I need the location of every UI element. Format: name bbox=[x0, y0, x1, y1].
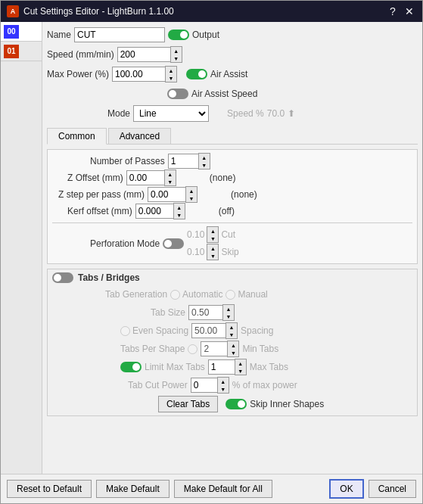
layer-item-01[interactable]: 01 bbox=[1, 42, 42, 61]
perf-skip-value: 0.10 bbox=[187, 247, 204, 257]
tab-common[interactable]: Common bbox=[47, 128, 107, 145]
max-power-up[interactable]: ▲ bbox=[166, 67, 176, 74]
num-passes-label: Number of Passes bbox=[90, 156, 165, 166]
speed-pct-value: 70.0 bbox=[267, 108, 285, 119]
mode-row: Mode Line Fill Offset Fill Speed % 70.0 … bbox=[47, 105, 418, 122]
z-offset-label: Z Offset (mm) bbox=[67, 173, 123, 183]
num-passes-down[interactable]: ▼ bbox=[199, 161, 210, 169]
tab-size-up[interactable]: ▲ bbox=[223, 305, 234, 313]
limit-max-spin-btns: ▲ ▼ bbox=[235, 359, 247, 375]
tabs-bridges-knob bbox=[54, 274, 61, 282]
mode-select[interactable]: Line Fill Offset Fill bbox=[133, 105, 209, 122]
speed-up[interactable]: ▲ bbox=[171, 47, 182, 54]
num-passes-up[interactable]: ▲ bbox=[199, 154, 210, 161]
clear-tabs-button[interactable]: Clear Tabs bbox=[158, 396, 218, 412]
tab-size-spin: ▲ ▼ bbox=[188, 304, 235, 321]
output-toggle-knob bbox=[180, 31, 188, 39]
reset-button[interactable]: Reset to Default bbox=[7, 480, 92, 498]
max-power-input[interactable] bbox=[112, 67, 165, 82]
kerf-up[interactable]: ▲ bbox=[174, 204, 185, 211]
even-spacing-input[interactable] bbox=[191, 323, 225, 338]
even-spacing-radio[interactable] bbox=[120, 326, 130, 336]
perf-skip-up[interactable]: ▲ bbox=[207, 244, 218, 252]
tab-advanced[interactable]: Advanced bbox=[108, 128, 171, 144]
perforation-toggle[interactable] bbox=[163, 238, 184, 249]
air-assist-toggle[interactable] bbox=[186, 69, 207, 79]
limit-max-up[interactable]: ▲ bbox=[235, 359, 246, 367]
content-area: 00 01 Name Output Speed (mm bbox=[1, 22, 422, 474]
tab-cut-power-spin: ▲ ▼ bbox=[191, 377, 229, 394]
tab-cut-power-input[interactable] bbox=[191, 378, 217, 393]
perf-cut-up[interactable]: ▲ bbox=[207, 227, 218, 235]
z-offset-input[interactable] bbox=[126, 170, 164, 185]
footer: Reset to Default Make Default Make Defau… bbox=[1, 474, 422, 503]
even-spacing-row: Even Spacing ▲ ▼ Spacing bbox=[52, 322, 412, 339]
perforation-mode-row: Perforation Mode 0.10 ▲ ▼ Cut bbox=[52, 226, 412, 260]
tab-cut-power-up[interactable]: ▲ bbox=[218, 378, 229, 385]
tabs-per-shape-up[interactable]: ▲ bbox=[228, 341, 238, 349]
perf-skip-row: 0.10 ▲ ▼ Skip bbox=[187, 244, 239, 260]
speed-down[interactable]: ▼ bbox=[171, 54, 182, 62]
perf-skip-down[interactable]: ▼ bbox=[207, 252, 218, 260]
limit-max-down[interactable]: ▼ bbox=[235, 367, 246, 375]
output-toggle[interactable] bbox=[168, 30, 189, 40]
tab-gen-label: Tab Generation bbox=[105, 289, 167, 300]
air-assist-speed-row: Air Assist Speed bbox=[47, 86, 418, 102]
perf-cut-down[interactable]: ▼ bbox=[207, 235, 218, 242]
output-label: Output bbox=[192, 30, 219, 40]
automatic-radio[interactable] bbox=[170, 290, 180, 300]
z-offset-down[interactable]: ▼ bbox=[165, 178, 176, 185]
max-power-row: Max Power (%) ▲ ▼ Air Assist bbox=[47, 66, 418, 82]
even-spacing-up[interactable]: ▲ bbox=[226, 323, 237, 331]
tab-cut-power-down[interactable]: ▼ bbox=[218, 385, 229, 393]
tabs-per-shape-input[interactable] bbox=[201, 341, 227, 356]
tabs-per-shape-down[interactable]: ▼ bbox=[228, 349, 238, 356]
cancel-button[interactable]: Cancel bbox=[369, 480, 416, 498]
num-passes-spin-btns: ▲ ▼ bbox=[198, 153, 210, 170]
perf-skip-label: Skip bbox=[221, 247, 238, 257]
tabs-per-shape-spin-btns: ▲ ▼ bbox=[227, 341, 239, 357]
make-default-button[interactable]: Make Default bbox=[96, 480, 170, 498]
z-step-down[interactable]: ▼ bbox=[186, 194, 197, 202]
tab-size-down[interactable]: ▼ bbox=[223, 313, 234, 320]
speed-input[interactable] bbox=[117, 47, 170, 62]
skip-inner-toggle[interactable] bbox=[225, 399, 247, 409]
max-power-down[interactable]: ▼ bbox=[166, 74, 176, 82]
tab-cut-power-label: Tab Cut Power bbox=[128, 380, 188, 390]
tab-size-input[interactable] bbox=[188, 305, 222, 320]
kerf-row: Kerf offset (mm) ▲ ▼ (off) bbox=[52, 203, 412, 219]
speed-row: Speed (mm/min) ▲ ▼ bbox=[47, 46, 418, 63]
ok-button[interactable]: OK bbox=[329, 479, 363, 499]
manual-radio[interactable] bbox=[225, 290, 235, 300]
help-button[interactable]: ? bbox=[386, 5, 400, 17]
kerf-note: (off) bbox=[219, 206, 235, 216]
z-offset-up[interactable]: ▲ bbox=[165, 170, 176, 178]
window-title: Cut Settings Editor - LightBurn 1.1.00 bbox=[23, 6, 381, 17]
z-step-input[interactable] bbox=[148, 187, 185, 202]
kerf-down[interactable]: ▼ bbox=[174, 211, 185, 219]
close-button[interactable]: ✕ bbox=[403, 5, 416, 17]
layer-color-00: 00 bbox=[4, 25, 19, 39]
z-step-spin: ▲ ▼ bbox=[148, 186, 198, 203]
z-step-note: (none) bbox=[231, 189, 257, 200]
z-step-up[interactable]: ▲ bbox=[186, 187, 197, 194]
kerf-label: Kerf offset (mm) bbox=[67, 206, 132, 216]
max-power-spin-btns: ▲ ▼ bbox=[165, 66, 177, 82]
even-spacing-spin-btns: ▲ ▼ bbox=[225, 322, 238, 339]
num-passes-row: Number of Passes ▲ ▼ bbox=[52, 153, 412, 170]
even-spacing-down[interactable]: ▼ bbox=[226, 331, 237, 338]
clear-tabs-row: Clear Tabs Skip Inner Shapes bbox=[52, 396, 412, 412]
num-passes-input[interactable] bbox=[168, 154, 198, 169]
tabs-per-shape-radio[interactable] bbox=[188, 344, 198, 354]
kerf-input[interactable] bbox=[135, 204, 173, 219]
air-assist-speed-toggle[interactable] bbox=[167, 89, 188, 99]
main-window: A Cut Settings Editor - LightBurn 1.1.00… bbox=[0, 0, 423, 504]
make-default-all-button[interactable]: Make Default for All bbox=[174, 480, 272, 498]
name-input[interactable] bbox=[74, 27, 165, 42]
tabs-per-shape-spin: ▲ ▼ bbox=[201, 341, 239, 357]
min-tabs-label: Min Tabs bbox=[242, 344, 278, 354]
limit-max-input[interactable] bbox=[208, 359, 235, 375]
layer-item-00[interactable]: 00 bbox=[1, 22, 42, 42]
limit-max-toggle[interactable] bbox=[120, 362, 142, 372]
tabs-bridges-toggle[interactable] bbox=[52, 272, 73, 283]
